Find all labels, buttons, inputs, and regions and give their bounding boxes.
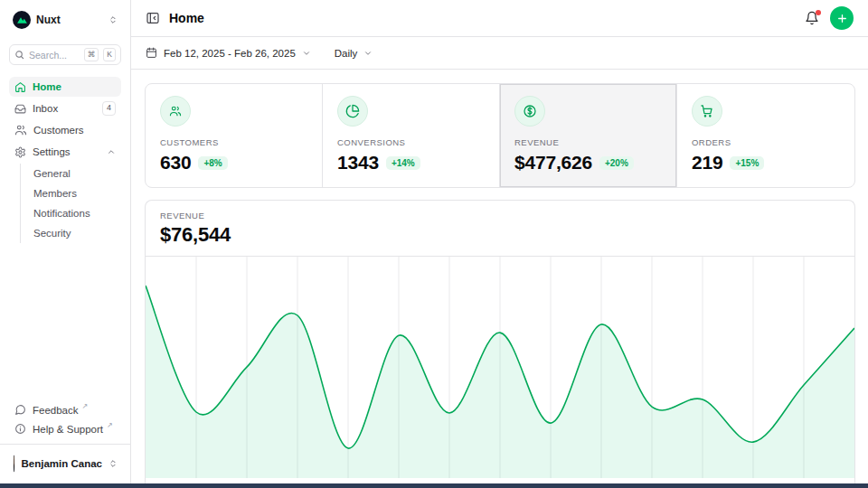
- chart-title: REVENUE: [160, 211, 840, 221]
- home-icon: [14, 81, 26, 93]
- stat-card-revenue[interactable]: REVENUE$477,626+20%: [500, 84, 677, 187]
- notifications-button[interactable]: [805, 11, 819, 25]
- revenue-area-chart: [146, 257, 854, 478]
- sidebar-link-help-support[interactable]: Help & Support↗: [9, 419, 121, 438]
- stat-value: $477,626: [514, 152, 592, 174]
- chevron-down-icon: [302, 49, 311, 58]
- sidebar-item-label: Settings: [33, 146, 100, 157]
- sidebar: Nuxt Search... ⌘ K HomeInbox4CustomersSe…: [0, 0, 131, 488]
- workspace-switcher[interactable]: Nuxt: [9, 7, 121, 33]
- user-name: Benjamin Canac: [22, 458, 102, 469]
- plus-icon: [836, 13, 848, 24]
- nuxt-logo-icon: [13, 11, 31, 29]
- sidebar-footer: Feedback↗Help & Support↗ Benjamin Canac: [9, 400, 121, 481]
- avatar: [13, 455, 15, 473]
- sidebar-nav: HomeInbox4CustomersSettingsGeneralMember…: [9, 77, 121, 243]
- chart-plot[interactable]: [146, 257, 854, 478]
- search-placeholder: Search...: [29, 50, 80, 61]
- main-area: Home Feb 12, 2025 - Feb 26, 2025: [131, 0, 868, 488]
- sidebar-item-label: Inbox: [33, 103, 96, 114]
- header: Home: [131, 0, 868, 37]
- inbox-count-badge: 4: [102, 101, 116, 116]
- inbox-icon: [14, 103, 26, 115]
- chart-header: REVENUE $76,544: [146, 201, 854, 257]
- stat-delta-badge: +8%: [198, 156, 227, 170]
- sidebar-link-feedback[interactable]: Feedback↗: [9, 400, 121, 419]
- sidebar-item-home[interactable]: Home: [9, 77, 121, 97]
- stat-label: ORDERS: [692, 137, 840, 147]
- stat-card-customers[interactable]: CUSTOMERS630+8%: [146, 84, 323, 187]
- sidebar-item-security[interactable]: Security: [30, 223, 121, 243]
- footer-link-label: Feedback: [33, 405, 79, 416]
- notification-dot: [816, 10, 821, 15]
- stat-delta-badge: +20%: [599, 156, 634, 170]
- stat-label: REVENUE: [514, 137, 662, 147]
- page-title: Home: [169, 11, 204, 25]
- stat-value: 630: [160, 152, 191, 174]
- stat-value: 1343: [337, 152, 379, 174]
- users-icon: [160, 96, 191, 127]
- sidebar-item-settings[interactable]: Settings: [9, 142, 121, 162]
- sidebar-item-members[interactable]: Members: [30, 183, 121, 203]
- stats-row: CUSTOMERS630+8%CONVERSIONS1343+14%REVENU…: [145, 83, 855, 188]
- user-menu[interactable]: Benjamin Canac: [9, 452, 121, 475]
- sidebar-divider: [0, 444, 130, 445]
- workspace-name: Nuxt: [36, 14, 103, 26]
- stat-label: CUSTOMERS: [160, 137, 307, 147]
- pie-chart-icon: [337, 96, 368, 127]
- chat-bubble-icon: [14, 404, 26, 416]
- kbd-k: K: [103, 48, 116, 61]
- sidebar-item-inbox[interactable]: Inbox4: [9, 99, 121, 118]
- stat-delta-badge: +15%: [730, 156, 764, 170]
- info-circle-icon: [14, 423, 26, 435]
- granularity-select[interactable]: Daily: [335, 48, 373, 59]
- stat-label: CONVERSIONS: [337, 137, 485, 147]
- stat-card-orders[interactable]: ORDERS219+15%: [677, 84, 854, 187]
- granularity-label: Daily: [335, 48, 358, 59]
- dollar-circle-icon: [514, 96, 545, 127]
- date-range-picker[interactable]: Feb 12, 2025 - Feb 26, 2025: [146, 47, 311, 59]
- kbd-cmd: ⌘: [84, 48, 99, 61]
- external-link-icon: ↗: [82, 402, 89, 410]
- sidebar-item-customers[interactable]: Customers: [9, 120, 121, 140]
- revenue-chart-card: REVENUE $76,544 14 Feb16 Feb18 Feb20 Feb…: [145, 200, 855, 488]
- sidebar-item-general[interactable]: General: [30, 164, 121, 183]
- external-link-icon: ↗: [107, 421, 113, 429]
- footer-link-label: Help & Support: [33, 424, 103, 435]
- add-button[interactable]: [830, 6, 854, 30]
- cart-icon: [692, 96, 722, 127]
- search-input[interactable]: Search... ⌘ K: [9, 44, 121, 65]
- sidebar-item-label: Customers: [33, 125, 116, 136]
- up-down-chevron-icon: [108, 15, 118, 24]
- filters-toolbar: Feb 12, 2025 - Feb 26, 2025 Daily: [131, 37, 868, 70]
- content: CUSTOMERS630+8%CONVERSIONS1343+14%REVENU…: [131, 70, 868, 488]
- up-down-chevron-icon: [108, 459, 118, 468]
- chevron-up-icon: [107, 147, 116, 156]
- panel-collapse-icon[interactable]: [146, 11, 160, 25]
- date-range-label: Feb 12, 2025 - Feb 26, 2025: [164, 48, 296, 59]
- settings-sub-list: GeneralMembersNotificationsSecurity: [20, 164, 121, 243]
- sidebar-item-notifications[interactable]: Notifications: [30, 203, 121, 223]
- stat-value: 219: [692, 152, 722, 174]
- chevron-down-icon: [363, 49, 373, 58]
- sidebar-item-label: Home: [33, 81, 116, 92]
- stat-delta-badge: +14%: [386, 156, 420, 170]
- chart-current-value: $76,544: [160, 223, 840, 247]
- search-icon: [14, 50, 24, 60]
- calendar-icon: [146, 47, 157, 59]
- bottom-bar: [0, 483, 868, 488]
- stat-card-conversions[interactable]: CONVERSIONS1343+14%: [323, 84, 500, 187]
- app-window: Nuxt Search... ⌘ K HomeInbox4CustomersSe…: [0, 0, 868, 488]
- gear-icon: [14, 146, 26, 158]
- users-icon: [14, 124, 27, 136]
